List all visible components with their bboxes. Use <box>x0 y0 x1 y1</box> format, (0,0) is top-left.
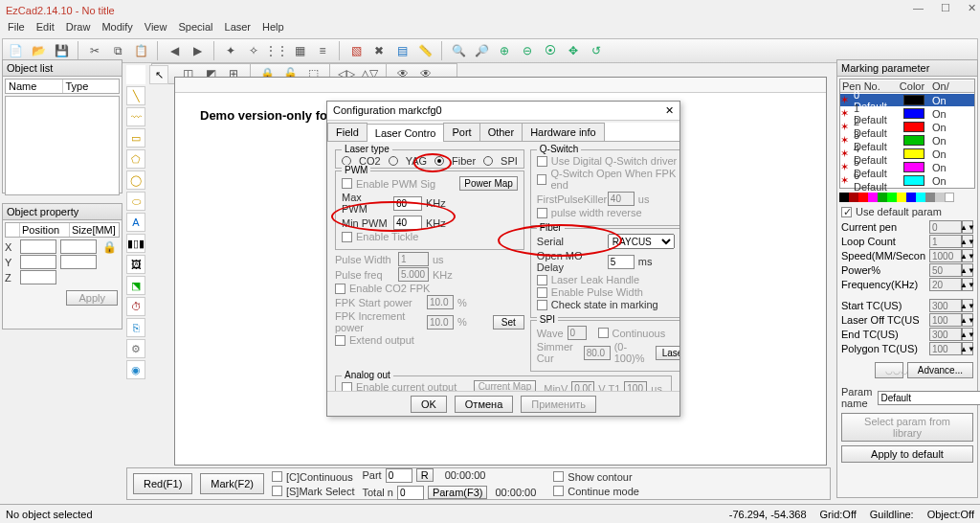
part-input[interactable] <box>386 468 412 483</box>
pos-z-input[interactable] <box>20 270 56 284</box>
radio-yag[interactable] <box>389 156 398 166</box>
chk-use-default[interactable]: ✓ <box>841 207 852 217</box>
spin-icon[interactable]: ▲▼ <box>962 342 973 355</box>
min-pwm-input[interactable] <box>393 216 422 230</box>
spin-icon[interactable]: ▲▼ <box>962 263 973 277</box>
dialog-close-icon[interactable]: ✕ <box>665 104 674 117</box>
spin-icon[interactable]: ▲▼ <box>962 313 973 327</box>
tab-port[interactable]: Port <box>443 123 479 141</box>
param-input[interactable] <box>929 220 962 234</box>
red-button[interactable]: Red(F1) <box>133 473 192 494</box>
max-pwm-input[interactable] <box>393 196 422 211</box>
mark-button[interactable]: Mark(F2) <box>200 473 264 494</box>
tc-input[interactable] <box>929 299 962 312</box>
total-input[interactable] <box>397 486 424 500</box>
minimize-icon[interactable]: — <box>913 2 924 14</box>
menu-modify[interactable]: Modify <box>101 21 132 38</box>
poly-tool-icon[interactable]: ⬠ <box>126 149 145 169</box>
spin-icon[interactable]: ▲▼ <box>962 299 973 312</box>
zoom-out-icon[interactable]: 🔎 <box>473 42 490 59</box>
apply-default-button[interactable]: Apply to default <box>841 445 973 463</box>
circle-tool-icon[interactable]: ◯ <box>126 171 145 190</box>
menu-laser[interactable]: Laser <box>225 21 252 38</box>
serial-select[interactable]: RAYCUS <box>608 234 675 249</box>
param-name-input[interactable] <box>878 391 980 405</box>
cut-icon[interactable]: ✂ <box>86 42 103 59</box>
tab-other[interactable]: Other <box>479 123 523 141</box>
menu-edit[interactable]: Edit <box>36 21 55 38</box>
zoom-prev-icon[interactable]: ↺ <box>588 42 605 59</box>
pos-x-input[interactable] <box>20 239 56 254</box>
tab-field[interactable]: Field <box>327 123 368 141</box>
new-icon[interactable]: 📄 <box>7 42 24 59</box>
undo-icon[interactable]: ◀ <box>166 42 183 59</box>
lase-button[interactable]: Lase <box>656 346 679 360</box>
timer-tool-icon[interactable]: ⏱ <box>126 297 145 316</box>
ellipse-tool-icon[interactable]: ⬭ <box>126 192 145 211</box>
chk-continuous[interactable] <box>272 471 282 482</box>
zoom-in-icon[interactable]: 🔍 <box>450 42 467 59</box>
advance-button[interactable]: Advance... <box>907 362 973 378</box>
mo-delay-input[interactable] <box>608 255 635 269</box>
set-button[interactable]: Set <box>493 315 524 330</box>
param-input[interactable] <box>929 278 962 291</box>
copy-icon[interactable]: ⧉ <box>109 42 126 59</box>
image-tool-icon[interactable]: 🖼 <box>126 255 145 274</box>
radio-fiber[interactable] <box>434 156 444 166</box>
list-icon[interactable]: ▤ <box>393 42 411 59</box>
param-button[interactable]: Param(F3) <box>428 486 488 499</box>
zoom-sel-icon[interactable]: ⊖ <box>519 42 536 59</box>
pick-icon[interactable]: ✦ <box>222 42 239 59</box>
param-input[interactable] <box>929 263 962 277</box>
node-icon[interactable]: ✧ <box>245 42 262 59</box>
color-bar[interactable] <box>839 193 975 202</box>
chk-show-contour[interactable] <box>553 471 564 482</box>
r-button[interactable]: R <box>416 468 434 482</box>
menu-file[interactable]: File <box>8 21 25 38</box>
col-name[interactable]: Name <box>6 80 63 93</box>
menu-special[interactable]: Special <box>178 21 212 38</box>
tab-hardware[interactable]: Hardware info <box>522 123 604 141</box>
grid-icon[interactable]: ▦ <box>291 42 308 59</box>
power-map-button[interactable]: Power Map <box>459 176 518 191</box>
object-list-body[interactable] <box>5 96 120 195</box>
close-icon[interactable]: ✕ <box>968 2 976 14</box>
pos-y-input[interactable] <box>20 255 56 269</box>
param-input[interactable] <box>929 235 962 248</box>
curve-tool-icon[interactable]: 〰 <box>126 107 145 126</box>
spin-icon[interactable]: ▲▼ <box>962 235 973 248</box>
text-tool-icon[interactable]: A <box>126 213 145 232</box>
ok-button[interactable]: OK <box>411 396 447 413</box>
menu-view[interactable]: View <box>145 21 167 38</box>
tc-input[interactable] <box>929 328 962 341</box>
radio-spi[interactable] <box>483 156 493 166</box>
input-tool-icon[interactable]: ⎘ <box>126 318 145 337</box>
rect-tool-icon[interactable]: ▭ <box>126 128 145 148</box>
zoom-all-icon[interactable]: ⦿ <box>542 42 559 59</box>
save-icon[interactable]: 💾 <box>53 42 70 59</box>
vector-tool-icon[interactable]: ⬔ <box>126 276 145 295</box>
zoom-fit-icon[interactable]: ⊕ <box>496 42 513 59</box>
spin-icon[interactable]: ▲▼ <box>962 249 973 262</box>
spin-icon[interactable]: ▲▼ <box>962 328 973 341</box>
tool-icon[interactable]: ✖ <box>370 42 388 59</box>
chk-check-state[interactable] <box>537 300 547 310</box>
align-icon[interactable]: ≡ <box>314 42 331 59</box>
paste-icon[interactable]: 📋 <box>132 42 149 59</box>
lock-aspect-icon[interactable]: 🔒 <box>102 240 117 254</box>
spin-icon[interactable]: ▲▼ <box>962 220 973 234</box>
pan-icon[interactable]: ✥ <box>565 42 582 59</box>
ruler-icon[interactable]: 📏 <box>416 42 434 59</box>
pen-row[interactable]: ✶6 DefaultOn <box>840 174 974 187</box>
chk-continue-mode[interactable] <box>553 486 564 496</box>
cursor-icon[interactable]: ↖ <box>149 65 168 84</box>
col-type[interactable]: Type <box>63 80 120 93</box>
pen-table[interactable]: Pen No. Color On/ ✶0 DefaultOn✶1 Default… <box>839 79 975 189</box>
line-tool-icon[interactable]: ╲ <box>126 86 145 105</box>
spiral-tool-icon[interactable]: ◉ <box>126 360 145 379</box>
snap-icon[interactable]: ⋮⋮ <box>268 42 285 59</box>
hatch-icon[interactable]: ▧ <box>347 42 365 59</box>
encoder-tool-icon[interactable]: ⚙ <box>126 339 145 358</box>
tab-laser-control[interactable]: Laser Contro <box>367 124 445 142</box>
barcode-tool-icon[interactable]: ▮▯▮ <box>126 234 145 253</box>
